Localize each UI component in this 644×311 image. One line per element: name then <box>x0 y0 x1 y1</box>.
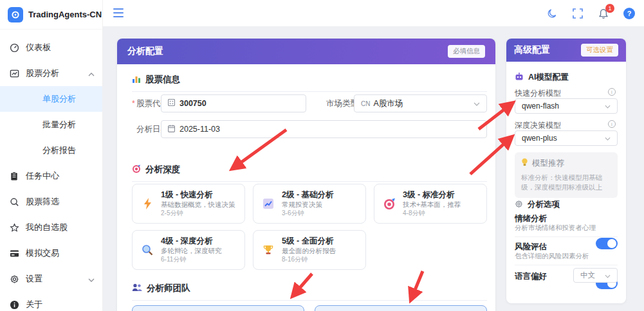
sidebar-item-paper-trading[interactable]: 模拟交易 <box>0 240 102 266</box>
info-icon[interactable]: i <box>608 120 616 128</box>
help-icon[interactable]: ? <box>623 8 635 19</box>
app-logo-icon <box>8 7 23 22</box>
sidebar-item-label: 分析报告 <box>42 145 76 156</box>
notification-badge: 1 <box>605 4 614 13</box>
section-divider <box>132 300 487 301</box>
chevron-down-icon <box>605 272 611 280</box>
sidebar-item-about[interactable]: 关于 <box>0 292 102 311</box>
depth-section-title: 分析深度 <box>132 164 487 175</box>
target-icon <box>132 164 141 175</box>
analysis-date-value: 2025-11-03 <box>179 125 220 134</box>
sentiment-toggle[interactable] <box>596 238 618 249</box>
dashboard-icon <box>9 42 19 53</box>
chevron-down-icon <box>605 102 611 111</box>
analysis-config-panel: 分析配置 必填信息 股票信息 *股票代码 300750 市场类型 CN A股市场… <box>117 39 495 311</box>
deep-model-select[interactable]: qwen-plus <box>515 130 618 146</box>
depth-card-title: 4级 - 深度分析 <box>161 236 222 246</box>
depth-card-desc: 常规投资决策 <box>282 200 334 209</box>
dark-mode-moon-icon[interactable] <box>546 8 558 19</box>
language-select[interactable]: 中文 <box>573 268 618 283</box>
depth-card-level3[interactable]: 3级 - 标准分析 技术+基本面，推荐 4-8分钟 <box>374 184 487 224</box>
stock-screener-icon <box>9 197 19 207</box>
deep-model-value: qwen-plus <box>522 134 557 143</box>
team-section-title: 分析师团队 <box>132 283 487 294</box>
recommendation-title: 模型推荐 <box>521 158 611 169</box>
sidebar-item-single-stock[interactable]: 单股分析 <box>0 86 102 112</box>
depth-card-desc: 基础数据概览，快速决策 <box>161 200 235 209</box>
analysis-config-header: 分析配置 必填信息 <box>117 39 495 64</box>
lightning-icon <box>140 198 154 209</box>
panel-title: 高级配置 <box>514 44 550 56</box>
chevron-down-icon <box>88 274 95 284</box>
market-type-select[interactable]: CN A股市场 <box>354 94 487 112</box>
depth-card-level4[interactable]: 4级 - 深度分析 多轮辩论，深度研究 6-11分钟 <box>132 230 245 270</box>
depth-card-time: 3-6分钟 <box>282 209 334 217</box>
panel-title: 分析配置 <box>127 46 163 57</box>
depth-card-time: 2-5分钟 <box>161 209 235 217</box>
info-icon[interactable]: i <box>608 88 616 96</box>
quick-model-value: qwen-flash <box>522 102 559 111</box>
bulb-icon <box>521 158 528 169</box>
depth-card-time: 6-11分钟 <box>161 256 222 263</box>
menu-toggle-icon[interactable] <box>113 8 124 17</box>
stock-code-input[interactable]: 300750 <box>161 94 306 112</box>
app-logo-row[interactable]: TradingAgents-CN <box>0 0 102 30</box>
sidebar-item-batch-analysis[interactable]: 批量分析 <box>0 112 102 138</box>
option-divider <box>515 236 618 237</box>
sidebar-item-task-center[interactable]: 任务中心 <box>0 163 102 189</box>
sidebar-item-dashboard[interactable]: 仪表板 <box>0 35 102 60</box>
risk-desc: 包含详细的风险因素分析 <box>515 252 589 261</box>
sidebar-item-stock-analysis[interactable]: 股票分析 <box>0 60 102 86</box>
quick-model-label: 快速分析模型 <box>515 88 561 99</box>
ai-model-section-title: AI模型配置 <box>515 72 569 83</box>
required-info-badge: 必填信息 <box>448 45 485 58</box>
depth-card-desc: 最全面的分析报告 <box>282 247 336 255</box>
analyst-card-2[interactable] <box>315 305 487 311</box>
depth-card-level1[interactable]: 1级 - 快速分析 基础数据概览，快速决策 2-5分钟 <box>132 184 245 224</box>
depth-card-time: 8-16分钟 <box>282 256 336 263</box>
advanced-config-header: 高级配置 可选设置 <box>506 39 626 62</box>
sidebar-item-stock-screener[interactable]: 股票筛选 <box>0 189 102 215</box>
depth-card-title: 5级 - 全面分析 <box>282 236 336 246</box>
task-center-icon <box>9 171 19 181</box>
app-title: TradingAgents-CN <box>28 10 102 19</box>
depth-card-time: 4-8分钟 <box>403 209 461 217</box>
sidebar-item-label: 股票分析 <box>26 67 59 79</box>
fullscreen-icon[interactable] <box>572 8 584 19</box>
quick-model-select[interactable]: qwen-flash <box>515 98 618 114</box>
stock-code-value: 300750 <box>179 99 207 108</box>
settings-gear-icon <box>9 274 19 284</box>
sidebar-item-label: 仪表板 <box>26 42 51 53</box>
depth-card-level2[interactable]: 2级 - 基础分析 常规投资决策 3-6分钟 <box>253 184 366 224</box>
depth-card-desc: 技术+基本面，推荐 <box>403 200 461 209</box>
sidebar-item-analysis-report[interactable]: 分析报告 <box>0 138 102 163</box>
model-recommendation-box: 模型推荐 标准分析：快速模型用基础级，深度模型用标准级以上 <box>515 152 618 198</box>
analyst-card-1[interactable] <box>132 305 304 311</box>
sidebar-item-label: 我的自选股 <box>26 222 68 233</box>
depth-card-desc: 多轮辩论，深度研究 <box>161 247 222 255</box>
depth-card-grid: 1级 - 快速分析 基础数据概览，快速决策 2-5分钟 2级 - 基础分析 常规… <box>132 184 487 270</box>
risk-label: 风险评估 <box>515 242 547 253</box>
sidebar-item-label: 任务中心 <box>26 170 59 182</box>
sidebar-item-settings[interactable]: 设置 <box>0 266 102 292</box>
depth-card-title: 1级 - 快速分析 <box>161 190 235 200</box>
sidebar: TradingAgents-CN 仪表板 股票分析 单股分析 批量分析 分析报告 <box>0 0 103 311</box>
sidebar-item-watchlist[interactable]: 我的自选股 <box>0 215 102 240</box>
calendar-icon <box>168 125 175 134</box>
analysis-date-input[interactable]: 2025-11-03 <box>161 120 487 138</box>
sidebar-nav: 仪表板 股票分析 单股分析 批量分析 分析报告 任务中心 <box>0 30 102 311</box>
section-divider <box>132 91 487 92</box>
sidebar-item-label: 设置 <box>26 273 42 285</box>
chevron-down-icon <box>605 134 611 143</box>
depth-card-title: 2级 - 基础分析 <box>282 190 334 200</box>
market-cn-tag: CN <box>361 100 370 107</box>
depth-card-title: 3级 - 标准分析 <box>403 190 461 200</box>
sentiment-label: 情绪分析 <box>515 213 547 224</box>
notifications-bell-icon[interactable]: 1 <box>598 8 609 19</box>
option-divider <box>515 265 618 265</box>
chart-up-icon <box>261 198 275 209</box>
about-info-icon <box>9 299 19 310</box>
depth-card-level5[interactable]: 5级 - 全面分析 最全面的分析报告 8-16分钟 <box>253 230 366 270</box>
target-icon <box>382 198 396 210</box>
options-section-title: 分析选项 <box>515 199 560 210</box>
